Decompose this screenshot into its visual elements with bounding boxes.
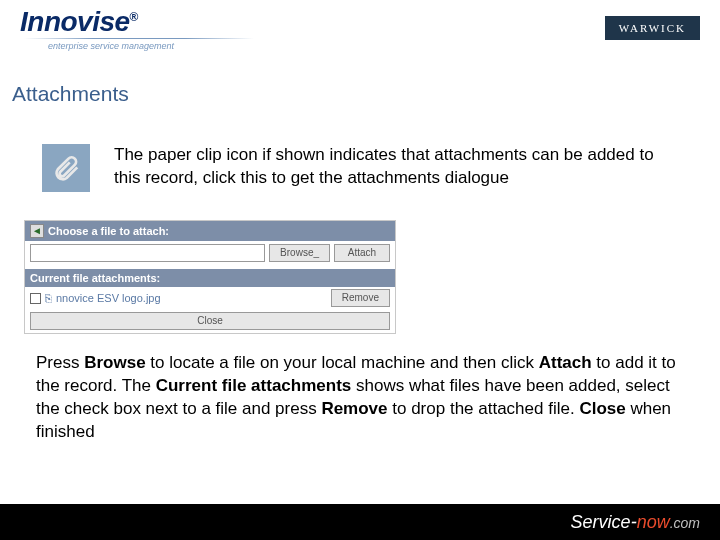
dialog-header-choose: ◄ Choose a file to attach: xyxy=(25,221,395,241)
mini-paperclip-icon: ⎘ xyxy=(45,292,52,304)
file-checkbox[interactable] xyxy=(30,293,41,304)
footer-bar: Service-now.com xyxy=(0,504,720,540)
logo-word: Innovise xyxy=(20,6,130,37)
instr-text: to drop the attached file. xyxy=(388,399,580,418)
intro-text: The paper clip icon if shown indicates t… xyxy=(114,144,660,190)
logo-text: Innovise® xyxy=(20,8,254,36)
paperclip-icon[interactable] xyxy=(42,144,90,192)
instr-text: to locate a file on your local machine a… xyxy=(146,353,539,372)
dialog-footer: Close xyxy=(25,310,395,333)
innovise-logo: Innovise® enterprise service management xyxy=(20,8,254,51)
instr-browse: Browse xyxy=(84,353,145,372)
instr-remove: Remove xyxy=(321,399,387,418)
registered-mark: ® xyxy=(130,10,138,24)
close-button[interactable]: Close xyxy=(30,312,390,330)
attachments-dialog: ◄ Choose a file to attach: Browse_ Attac… xyxy=(24,220,396,334)
file-picker-row: Browse_ Attach xyxy=(25,241,395,263)
logo-now: now xyxy=(637,512,670,533)
current-label: Current file attachments: xyxy=(30,272,160,284)
logo-rule xyxy=(24,38,254,39)
instr-close: Close xyxy=(579,399,625,418)
back-icon[interactable]: ◄ xyxy=(30,224,44,238)
instr-attach: Attach xyxy=(539,353,592,372)
warwick-badge: WARWICK xyxy=(605,16,700,40)
attachment-row: ⎘ nnovice ESV logo.jpg Remove xyxy=(25,287,395,310)
paperclip-svg xyxy=(51,153,81,183)
header-bar: Innovise® enterprise service management … xyxy=(0,0,720,64)
choose-label: Choose a file to attach: xyxy=(48,225,169,237)
logo-service: Service xyxy=(571,512,631,533)
servicenow-logo: Service-now.com xyxy=(571,512,700,533)
remove-button[interactable]: Remove xyxy=(331,289,390,307)
attached-file-name[interactable]: nnovice ESV logo.jpg xyxy=(56,292,327,304)
file-path-input[interactable] xyxy=(30,244,265,262)
instr-text: Press xyxy=(36,353,84,372)
attach-button[interactable]: Attach xyxy=(334,244,390,262)
logo-dotcom: .com xyxy=(670,515,700,531)
section-title: Attachments xyxy=(0,64,720,106)
logo-tagline: enterprise service management xyxy=(48,41,254,51)
dialog-header-current: Current file attachments: xyxy=(25,269,395,287)
instructions-paragraph: Press Browse to locate a file on your lo… xyxy=(0,334,720,444)
instr-current: Current file attachments xyxy=(156,376,352,395)
browse-button[interactable]: Browse_ xyxy=(269,244,330,262)
intro-row: The paper clip icon if shown indicates t… xyxy=(0,106,720,192)
